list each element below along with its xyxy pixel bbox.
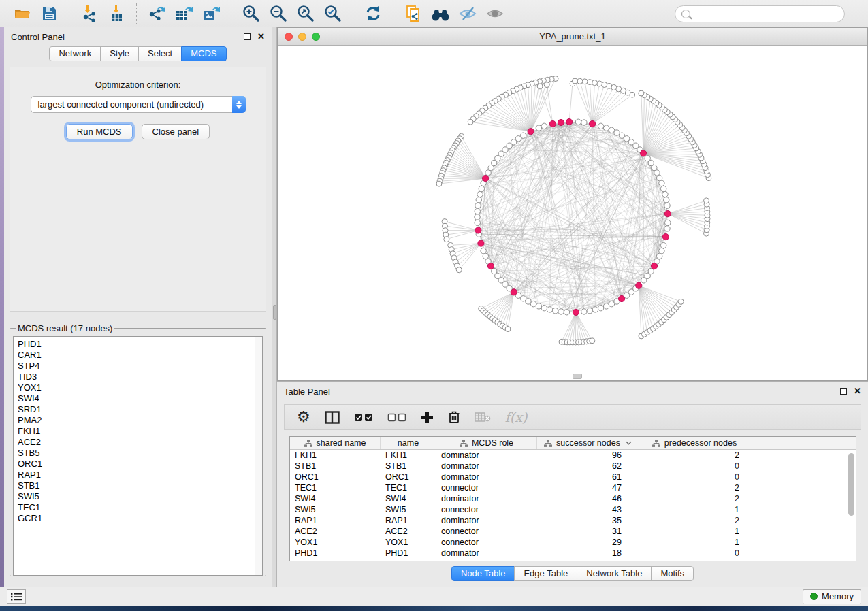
cell-mcds_role[interactable]: connector <box>436 537 537 548</box>
mcds-node[interactable] <box>566 118 573 125</box>
leaf-node[interactable] <box>505 327 511 332</box>
mcds-result-item[interactable]: GCR1 <box>18 513 262 524</box>
cell-name[interactable]: RAP1 <box>381 515 436 526</box>
table-row[interactable]: SWI4SWI4dominator462 <box>290 493 856 504</box>
mcds-node[interactable] <box>662 234 669 240</box>
open-file-button[interactable] <box>8 3 35 24</box>
table-settings-button[interactable]: ⚙ <box>297 410 310 425</box>
cell-shared_name[interactable]: PHD1 <box>290 548 381 559</box>
hide-panels-button[interactable] <box>454 3 481 24</box>
zoom-in-button[interactable] <box>238 3 265 24</box>
export-image-button[interactable] <box>197 3 225 24</box>
network-node[interactable] <box>536 303 541 309</box>
mcds-node[interactable] <box>475 227 481 233</box>
network-node[interactable] <box>665 220 671 225</box>
mcds-node[interactable] <box>549 120 556 127</box>
cell-mcds_role[interactable]: dominator <box>436 515 537 526</box>
mcds-node[interactable] <box>483 175 489 181</box>
cell-successor_nodes[interactable]: 43 <box>537 504 639 515</box>
mcds-result-item[interactable]: PHD1 <box>18 339 262 350</box>
network-node[interactable] <box>664 197 669 203</box>
cell-shared_name[interactable]: YOX1 <box>290 537 381 548</box>
network-node[interactable] <box>530 301 536 306</box>
table-row[interactable]: TEC1TEC1connector472 <box>290 482 856 493</box>
zoom-fit-button[interactable] <box>292 3 319 24</box>
tab-select[interactable]: Select <box>138 46 182 61</box>
mcds-result-item[interactable]: SWI5 <box>18 491 262 502</box>
network-node[interactable] <box>609 127 614 133</box>
result-scrollbar[interactable] <box>255 337 262 575</box>
mcds-node[interactable] <box>573 309 579 315</box>
cell-predecessor_nodes[interactable]: 0 <box>639 472 750 482</box>
leaf-node[interactable] <box>639 90 644 96</box>
network-node[interactable] <box>664 226 670 231</box>
cell-mcds_role[interactable]: connector <box>436 504 537 515</box>
mcds-node[interactable] <box>640 150 646 156</box>
cell-successor_nodes[interactable]: 35 <box>537 515 639 526</box>
close-panel-button[interactable]: Close panel <box>142 124 210 139</box>
mcds-result-item[interactable]: CAR1 <box>18 350 262 361</box>
delete-entry-button[interactable] <box>448 410 460 424</box>
mcds-result-item[interactable]: FKH1 <box>18 426 262 437</box>
tab-mcds[interactable]: MCDS <box>181 46 226 61</box>
column-header-predecessor-nodes[interactable]: predecessor nodes <box>639 437 750 449</box>
leaf-node[interactable] <box>704 198 709 203</box>
cell-mcds_role[interactable]: dominator <box>436 472 537 482</box>
splitter-handle-icon[interactable] <box>273 305 276 320</box>
cell-name[interactable]: YOX1 <box>381 537 436 548</box>
tab-motifs[interactable]: Motifs <box>651 566 694 581</box>
node-table[interactable]: shared namenameMCDS rolesuccessor nodesp… <box>289 436 856 561</box>
column-header-shared-name[interactable]: shared name <box>290 437 381 449</box>
show-panels-button[interactable] <box>481 3 509 24</box>
zoom-selected-button[interactable] <box>319 3 347 24</box>
cell-shared_name[interactable]: SWI5 <box>290 504 381 515</box>
network-node[interactable] <box>581 120 587 125</box>
cell-predecessor_nodes[interactable]: 0 <box>639 461 750 472</box>
network-node[interactable] <box>558 309 564 314</box>
canvas-scrollbar-handle[interactable] <box>573 374 582 379</box>
mcds-node[interactable] <box>664 211 671 217</box>
network-node[interactable] <box>536 125 541 131</box>
network-node[interactable] <box>475 214 480 220</box>
cell-shared_name[interactable]: ORC1 <box>290 472 381 482</box>
close-panel-icon[interactable]: ✕ <box>257 33 265 40</box>
network-node[interactable] <box>475 208 480 214</box>
network-node[interactable] <box>598 123 603 129</box>
network-node[interactable] <box>598 305 603 310</box>
export-network-button[interactable] <box>143 3 170 24</box>
column-header-name[interactable]: name <box>381 437 436 449</box>
show-columns-button[interactable] <box>325 411 340 424</box>
network-node[interactable] <box>541 123 547 129</box>
leaf-node[interactable] <box>572 78 577 84</box>
leaf-node[interactable] <box>590 338 595 344</box>
search-box[interactable] <box>675 5 845 22</box>
leaf-node[interactable] <box>456 267 462 273</box>
cell-shared_name[interactable]: TEC1 <box>290 482 381 493</box>
cell-name[interactable]: FKH1 <box>381 450 436 461</box>
cell-name[interactable]: ACE2 <box>381 526 436 537</box>
column-header-successor-nodes[interactable]: successor nodes <box>537 437 639 449</box>
cell-name[interactable]: PHD1 <box>381 548 436 559</box>
cell-predecessor_nodes[interactable]: 1 <box>639 526 750 537</box>
leaf-node[interactable] <box>544 82 549 88</box>
cell-name[interactable]: STB1 <box>381 461 436 472</box>
network-canvas[interactable] <box>278 46 867 380</box>
cell-name[interactable]: SWI4 <box>381 493 436 504</box>
network-node[interactable] <box>587 308 592 314</box>
save-session-button[interactable] <box>35 3 63 24</box>
network-window-titlebar[interactable]: YPA_prune.txt_1 <box>278 28 867 46</box>
leaf-node[interactable] <box>444 237 449 242</box>
network-node[interactable] <box>609 301 614 306</box>
table-row[interactable]: ACE2ACE2connector311 <box>290 526 856 537</box>
mcds-node[interactable] <box>651 263 657 269</box>
cell-name[interactable]: TEC1 <box>381 482 436 493</box>
panel-splitter[interactable] <box>272 27 277 587</box>
tab-edge-table[interactable]: Edge Table <box>514 566 577 581</box>
network-node[interactable] <box>659 180 664 186</box>
mcds-node[interactable] <box>478 240 484 246</box>
import-network-button[interactable] <box>76 3 103 24</box>
mcds-node[interactable] <box>590 120 596 127</box>
table-row[interactable]: FKH1FKH1dominator962 <box>290 450 856 461</box>
cell-predecessor_nodes[interactable]: 1 <box>639 537 750 548</box>
mcds-result-item[interactable]: RAP1 <box>18 469 262 480</box>
